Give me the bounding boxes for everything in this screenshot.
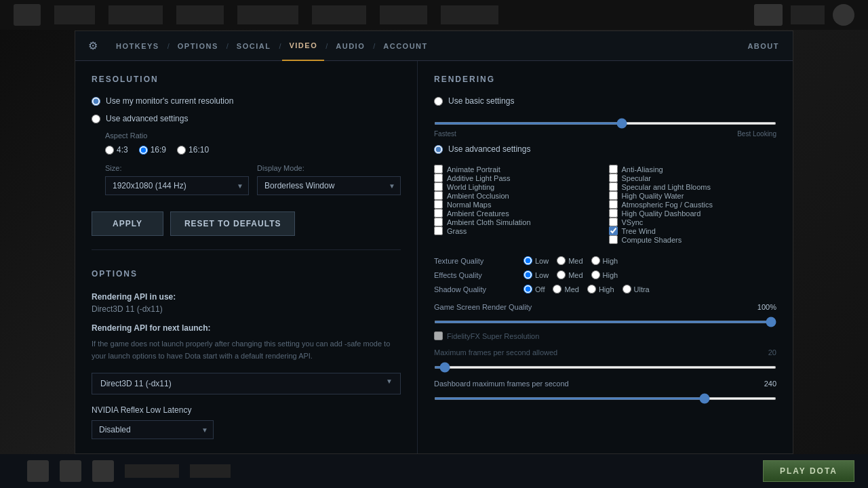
additive-light-checkbox[interactable] <box>434 174 443 182</box>
checkbox-anti-aliasing[interactable]: Anti-Aliasing <box>609 165 777 174</box>
rendering-api-current-label: Rendering API in use: <box>92 292 176 302</box>
normal-maps-checkbox[interactable] <box>434 200 443 209</box>
rendering-api-next-label: Rendering API for next launch: <box>92 323 211 333</box>
checkbox-specular[interactable]: Specular <box>609 174 777 182</box>
atmo-fog-checkbox[interactable] <box>609 200 618 209</box>
max-frames-slider[interactable] <box>434 366 776 369</box>
checkbox-ambient-occlusion[interactable]: Ambient Occlusion <box>434 191 602 200</box>
tree-wind-checkbox[interactable] <box>609 226 618 235</box>
shadow-med[interactable]: Med <box>553 285 578 293</box>
reset-button[interactable]: RESET TO DEFAULTS <box>170 211 296 236</box>
effects-med[interactable]: Med <box>557 270 583 279</box>
apply-button[interactable]: APPLY <box>92 211 163 236</box>
gear-icon[interactable]: ⚙ <box>82 35 104 57</box>
checkbox-ambient-cloth[interactable]: Ambient Cloth Simulation <box>434 218 602 226</box>
rendering-advanced-radio[interactable] <box>434 145 443 154</box>
texture-quality-row: Texture Quality Low Med High <box>434 256 776 265</box>
hq-dashboard-checkbox[interactable] <box>609 209 618 218</box>
rendering-api-dropdown-wrapper: Direct3D 11 (-dx11) <box>92 367 401 394</box>
dashboard-frames-slider[interactable] <box>434 397 776 400</box>
checkbox-tree-wind[interactable]: Tree Wind <box>609 226 777 235</box>
aspect-16-10[interactable]: 16:10 <box>177 145 209 155</box>
nav-sep-4: / <box>324 42 329 50</box>
nav-item-options[interactable]: OPTIONS <box>171 31 225 61</box>
checkbox-normal-maps[interactable]: Normal Maps <box>434 200 602 209</box>
aspect-16-9[interactable]: 16:9 <box>139 145 166 155</box>
texture-med[interactable]: Med <box>557 256 583 265</box>
texture-low-radio[interactable] <box>524 256 532 265</box>
rendering-basic-radio[interactable] <box>434 97 443 106</box>
high-quality-water-checkbox[interactable] <box>609 191 618 200</box>
world-lighting-checkbox[interactable] <box>434 182 443 191</box>
nav-item-video[interactable]: VIDEO <box>282 31 324 61</box>
action-buttons: APPLY RESET TO DEFAULTS <box>92 211 401 236</box>
checkbox-animate-portrait[interactable]: Animate Portrait <box>434 165 602 174</box>
shadow-high-radio[interactable] <box>587 285 596 293</box>
ambient-creatures-checkbox[interactable] <box>434 209 443 218</box>
shadow-off[interactable]: Off <box>524 285 545 293</box>
aspect-radio-16-10[interactable] <box>177 146 186 155</box>
checkbox-vsync[interactable]: VSync <box>609 218 777 226</box>
ambient-cloth-checkbox[interactable] <box>434 218 443 226</box>
top-item <box>312 5 366 24</box>
texture-low[interactable]: Low <box>524 256 549 265</box>
checkbox-ambient-creatures[interactable]: Ambient Creatures <box>434 209 602 218</box>
checkbox-hq-dashboard[interactable]: High Quality Dashboard <box>609 209 777 218</box>
grass-checkbox[interactable] <box>434 226 443 235</box>
resolution-option-advanced[interactable]: Use advanced settings <box>92 114 401 123</box>
nav-item-account[interactable]: ACCOUNT <box>376 31 435 61</box>
effects-low-radio[interactable] <box>524 270 532 279</box>
animate-portrait-checkbox[interactable] <box>434 165 443 174</box>
vsync-checkbox[interactable] <box>609 218 618 226</box>
checkbox-specular-blooms[interactable]: Specular and Light Blooms <box>609 182 777 191</box>
specular-blooms-checkbox[interactable] <box>609 182 618 191</box>
effects-high[interactable]: High <box>591 270 618 279</box>
aspect-radio-4-3[interactable] <box>105 146 114 155</box>
shadow-ultra-radio[interactable] <box>623 285 631 293</box>
size-dropdown[interactable]: 1920x1080 (144 Hz) <box>105 176 249 195</box>
rendering-advanced-option[interactable]: Use advanced settings <box>434 144 776 154</box>
shadow-med-radio[interactable] <box>553 285 561 293</box>
game-screen-row: Game Screen Render Quality 100% <box>434 303 776 311</box>
play-button[interactable]: PLAY DOTA <box>763 460 854 482</box>
ambient-occlusion-checkbox[interactable] <box>434 191 443 200</box>
compute-shaders-checkbox[interactable] <box>609 235 618 244</box>
fidelity-checkbox[interactable] <box>434 331 443 340</box>
aspect-4-3[interactable]: 4:3 <box>105 145 128 155</box>
resolution-radio-advanced[interactable] <box>92 115 100 123</box>
top-item <box>176 5 224 24</box>
nav-item-audio[interactable]: AUDIO <box>329 31 372 61</box>
checkbox-grass[interactable]: Grass <box>434 226 602 235</box>
effects-low[interactable]: Low <box>524 270 549 279</box>
shadow-off-radio[interactable] <box>524 285 532 293</box>
checkbox-world-lighting[interactable]: World Lighting <box>434 182 602 191</box>
shadow-ultra[interactable]: Ultra <box>623 285 650 293</box>
texture-high[interactable]: High <box>591 256 618 265</box>
nav-item-hotkeys[interactable]: HOTKEYS <box>109 31 166 61</box>
aspect-radio-16-9[interactable] <box>139 146 148 155</box>
checkbox-atmo-fog[interactable]: Atmospheric Fog / Caustics <box>609 200 777 209</box>
nvidia-dropdown[interactable]: Disabled <box>92 420 214 439</box>
texture-quality-name: Texture Quality <box>434 257 515 265</box>
effects-med-radio[interactable] <box>557 270 566 279</box>
checkbox-additive-light[interactable]: Additive Light Pass <box>434 174 602 182</box>
effects-high-radio[interactable] <box>591 270 600 279</box>
checkbox-compute-shaders[interactable]: Compute Shaders <box>609 235 777 244</box>
texture-med-radio[interactable] <box>557 256 566 265</box>
checkbox-high-quality-water[interactable]: High Quality Water <box>609 191 777 200</box>
game-screen-value: 100% <box>757 303 776 311</box>
shadow-high[interactable]: High <box>587 285 614 293</box>
resolution-radio-monitor[interactable] <box>92 97 100 106</box>
specular-checkbox[interactable] <box>609 174 618 182</box>
display-mode-dropdown[interactable]: Borderless Window <box>257 176 401 195</box>
rendering-basic-option[interactable]: Use basic settings <box>434 96 776 106</box>
rendering-quality-slider[interactable] <box>434 122 776 125</box>
resolution-option-monitor[interactable]: Use my monitor's current resolution <box>92 96 401 106</box>
anti-aliasing-checkbox[interactable] <box>609 165 618 174</box>
rendering-api-dropdown[interactable]: Direct3D 11 (-dx11) <box>92 373 401 394</box>
game-screen-slider[interactable] <box>434 321 776 323</box>
aspect-label-16-10: 16:10 <box>189 145 209 155</box>
nav-item-social[interactable]: SOCIAL <box>230 31 278 61</box>
nav-about[interactable]: ABOUT <box>741 42 786 50</box>
texture-high-radio[interactable] <box>591 256 600 265</box>
